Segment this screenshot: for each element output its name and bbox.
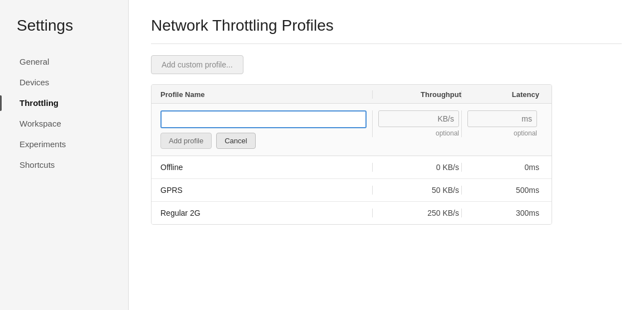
title-divider xyxy=(151,43,622,44)
col-header-throughput: Throughput xyxy=(372,90,461,99)
latency-cell: 0ms xyxy=(461,163,539,172)
sidebar-item-experiments[interactable]: Experiments xyxy=(0,134,128,154)
page-title: Network Throttling Profiles xyxy=(151,17,622,35)
latency-cell: 500ms xyxy=(461,186,539,195)
sidebar-item-devices[interactable]: Devices xyxy=(0,72,128,93)
profile-name-input[interactable] xyxy=(160,110,367,128)
table-row: GPRS 50 KB/s 500ms xyxy=(152,179,552,202)
add-profile-row: Add profile Cancel optional optional xyxy=(152,104,552,156)
throughput-input[interactable] xyxy=(378,110,459,127)
col-header-profile-name: Profile Name xyxy=(160,90,372,99)
latency-optional-label: optional xyxy=(514,129,537,137)
table-row: Regular 2G 250 KB/s 300ms xyxy=(152,202,552,224)
add-custom-profile-button[interactable]: Add custom profile... xyxy=(151,55,243,74)
throughput-optional-label: optional xyxy=(436,129,459,137)
table-header: Profile Name Throughput Latency xyxy=(152,85,552,104)
latency-input-group: optional xyxy=(461,110,539,137)
latency-input[interactable] xyxy=(467,110,537,127)
throughput-input-group: optional xyxy=(372,110,461,137)
sidebar-title: Settings xyxy=(0,17,128,51)
profiles-table: Profile Name Throughput Latency Add prof… xyxy=(151,84,552,225)
sidebar-item-label: Devices xyxy=(19,78,49,87)
latency-cell: 300ms xyxy=(461,209,539,217)
add-profile-button[interactable]: Add profile xyxy=(160,133,212,149)
action-buttons: Add profile Cancel xyxy=(160,133,367,149)
throughput-cell: 0 KB/s xyxy=(372,163,461,172)
profile-name-cell: Regular 2G xyxy=(160,209,372,217)
sidebar-item-label: Experiments xyxy=(19,139,66,149)
sidebar-item-label: Workspace xyxy=(19,119,61,128)
sidebar-item-label: Throttling xyxy=(19,98,58,108)
sidebar-item-general[interactable]: General xyxy=(0,51,128,72)
sidebar-item-throttling[interactable]: Throttling xyxy=(0,93,128,113)
throughput-cell: 50 KB/s xyxy=(372,186,461,195)
profile-name-input-wrap: Add profile Cancel xyxy=(160,110,372,149)
sidebar-item-workspace[interactable]: Workspace xyxy=(0,113,128,134)
col-header-latency: Latency xyxy=(461,90,539,99)
throughput-cell: 250 KB/s xyxy=(372,209,461,217)
profile-name-cell: GPRS xyxy=(160,186,372,195)
sidebar-item-label: Shortcuts xyxy=(19,160,55,169)
sidebar: Settings General Devices Throttling Work… xyxy=(0,0,128,310)
profile-name-cell: Offline xyxy=(160,163,372,172)
cancel-button[interactable]: Cancel xyxy=(216,133,255,149)
sidebar-item-label: General xyxy=(19,57,49,66)
sidebar-item-shortcuts[interactable]: Shortcuts xyxy=(0,154,128,175)
main-content: Network Throttling Profiles Add custom p… xyxy=(128,0,644,310)
table-row: Offline 0 KB/s 0ms xyxy=(152,156,552,179)
